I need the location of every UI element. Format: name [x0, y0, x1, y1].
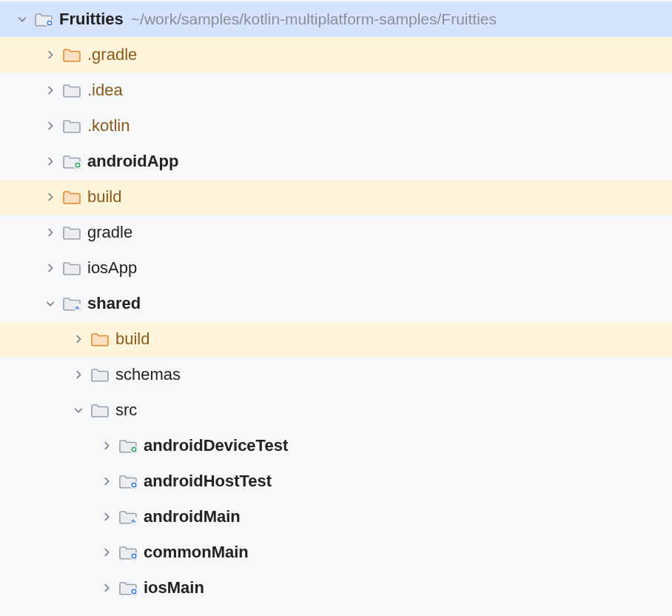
chevron-right-icon[interactable]: [40, 263, 61, 273]
folder-icon: [61, 118, 83, 134]
tree-row[interactable]: commonMain: [0, 535, 672, 570]
tree-item-label: gradle: [87, 223, 132, 242]
tree-item-label: build: [87, 187, 121, 207]
chevron-right-icon[interactable]: [40, 227, 61, 238]
tree-row[interactable]: .idea: [0, 73, 672, 108]
tree-row[interactable]: shared: [0, 286, 672, 321]
project-tree: Fruitties~/work/samples/kotlin-multiplat…: [0, 0, 672, 606]
tree-item-label: src: [115, 401, 137, 420]
tree-row[interactable]: schemas: [0, 357, 672, 392]
tree-item-label: androidApp: [87, 152, 178, 171]
chevron-right-icon[interactable]: [96, 583, 117, 593]
chevron-down-icon[interactable]: [40, 298, 61, 309]
tree-item-label: androidMain: [144, 507, 241, 526]
chevron-right-icon[interactable]: [40, 121, 61, 131]
chevron-right-icon[interactable]: [68, 334, 89, 344]
folder-icon: [61, 153, 83, 170]
chevron-right-icon[interactable]: [40, 192, 61, 202]
tree-row[interactable]: .kotlin: [0, 108, 672, 144]
folder-icon: [89, 402, 111, 418]
folder-icon: [61, 295, 83, 312]
folder-icon: [61, 82, 83, 98]
tree-row[interactable]: androidMain: [0, 499, 672, 535]
tree-row[interactable]: androidDeviceTest: [0, 428, 672, 463]
chevron-right-icon[interactable]: [68, 369, 89, 380]
chevron-right-icon[interactable]: [96, 547, 117, 558]
tree-item-label: androidDeviceTest: [144, 436, 288, 455]
folder-icon: [117, 473, 139, 489]
chevron-right-icon[interactable]: [40, 156, 61, 167]
tree-row[interactable]: gradle: [0, 215, 672, 250]
tree-item-label: .kotlin: [87, 116, 130, 135]
tree-row[interactable]: androidHostTest: [0, 463, 672, 499]
folder-icon: [117, 544, 139, 560]
tree-item-label: iosMain: [144, 578, 204, 597]
tree-row[interactable]: .gradle: [0, 37, 672, 73]
folder-icon: [117, 509, 139, 525]
tree-row[interactable]: build: [0, 179, 672, 215]
tree-row[interactable]: iosMain: [0, 570, 672, 606]
chevron-down-icon[interactable]: [12, 14, 33, 24]
tree-item-label: androidHostTest: [144, 472, 272, 491]
tree-item-label: commonMain: [144, 543, 249, 562]
folder-icon: [89, 366, 111, 383]
tree-item-label: shared: [87, 294, 141, 313]
folder-icon: [61, 189, 83, 205]
chevron-right-icon[interactable]: [96, 441, 117, 451]
tree-item-path: ~/work/samples/kotlin-multiplatform-samp…: [131, 10, 497, 28]
chevron-down-icon[interactable]: [68, 405, 89, 415]
tree-item-label: .idea: [87, 81, 123, 100]
folder-icon: [117, 438, 139, 454]
tree-row[interactable]: iosApp: [0, 250, 672, 286]
tree-item-label: iosApp: [87, 258, 137, 278]
chevron-right-icon[interactable]: [40, 50, 61, 60]
folder-icon: [61, 47, 83, 63]
folder-icon: [61, 260, 83, 276]
folder-icon: [89, 331, 111, 347]
tree-row[interactable]: Fruitties~/work/samples/kotlin-multiplat…: [0, 1, 672, 37]
tree-item-label: build: [115, 329, 149, 349]
tree-item-label: schemas: [115, 365, 181, 384]
folder-icon: [33, 11, 55, 27]
chevron-right-icon[interactable]: [96, 512, 117, 522]
chevron-right-icon[interactable]: [96, 476, 117, 486]
tree-row[interactable]: androidApp: [0, 144, 672, 179]
tree-row[interactable]: build: [0, 321, 672, 357]
tree-item-label: Fruitties: [59, 10, 124, 29]
folder-icon: [117, 580, 139, 596]
tree-row[interactable]: src: [0, 392, 672, 428]
folder-icon: [61, 224, 83, 241]
tree-item-label: .gradle: [87, 45, 137, 64]
chevron-right-icon[interactable]: [40, 85, 61, 96]
